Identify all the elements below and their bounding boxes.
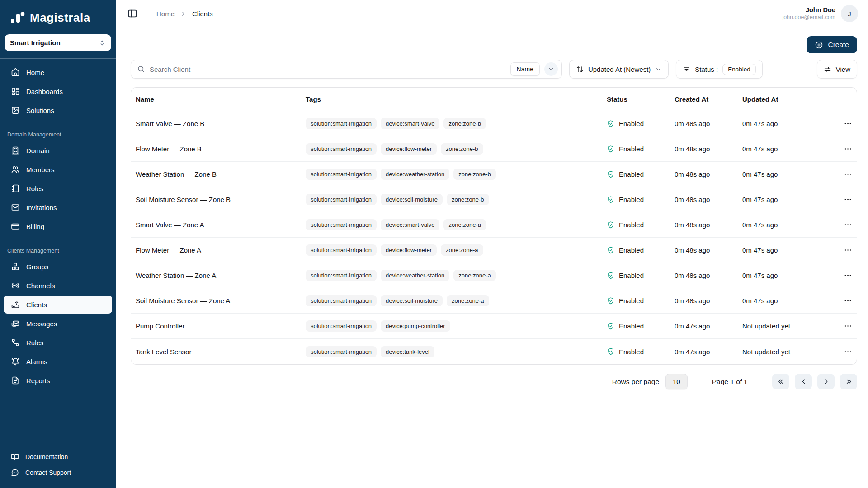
row-menu-button[interactable] <box>840 345 855 358</box>
sidebar-item-label: Clients <box>26 301 47 309</box>
tag-pill: zone:zone-b <box>453 169 496 180</box>
last-page-button[interactable] <box>840 374 857 389</box>
client-tags: solution:smart-irrigationdevice:smart-va… <box>301 118 602 129</box>
tag-pill: solution:smart-irrigation <box>306 244 377 256</box>
shield-check <box>607 221 615 229</box>
row-menu-button[interactable] <box>840 244 855 257</box>
client-updated-at: 0m 47s ago <box>738 246 833 254</box>
messages-icon <box>11 319 20 328</box>
view-label: View <box>836 66 850 73</box>
table-row[interactable]: Smart Valve — Zone Bsolution:smart-irrig… <box>131 111 857 136</box>
client-tags: solution:smart-irrigationdevice:soil-moi… <box>301 295 602 306</box>
client-tags: solution:smart-irrigationdevice:smart-va… <box>301 219 602 230</box>
avatar[interactable]: J <box>841 5 858 22</box>
sidebar-item-alarms[interactable]: Alarms <box>4 352 112 371</box>
first-page-button[interactable] <box>772 374 789 389</box>
row-menu-button[interactable] <box>840 168 855 181</box>
create-button[interactable]: Create <box>807 36 857 53</box>
search-input[interactable] <box>150 66 506 73</box>
sidebar-item-dashboards[interactable]: Dashboards <box>4 82 112 100</box>
view-button[interactable]: View <box>817 60 857 79</box>
rows-per-page-label: Rows per page <box>612 378 659 386</box>
sidebar-item-domain[interactable]: Domain <box>4 141 112 160</box>
row-menu-button[interactable] <box>840 142 855 156</box>
tag-pill: zone:zone-a <box>441 244 483 256</box>
sort-button[interactable]: Updated At (Newest) <box>569 60 669 79</box>
filter-icon <box>683 66 690 73</box>
tag-pill: zone:zone-b <box>441 143 483 155</box>
client-created-at: 0m 48s ago <box>670 246 738 254</box>
row-menu-button[interactable] <box>840 319 855 333</box>
sidebar-item-label: Messages <box>26 320 57 328</box>
sidebar-item-label: Invitations <box>26 204 57 211</box>
tag-pill: device:pump-controller <box>381 320 450 332</box>
client-status: Enabled <box>602 297 670 305</box>
workspace-selector[interactable]: Smart Irrigation <box>5 34 111 51</box>
sidebar-item-label: Roles <box>26 185 43 192</box>
sidebar-footer-contact-support[interactable]: Contact Support <box>4 465 112 480</box>
sidebar-footer-documentation[interactable]: Documentation <box>4 449 112 464</box>
row-menu-button[interactable] <box>840 269 855 282</box>
rows-per-page-select[interactable]: 10 <box>665 374 688 389</box>
table-row[interactable]: Tank Level Sensorsolution:smart-irrigati… <box>131 339 857 364</box>
table-row[interactable]: Flow Meter — Zone Bsolution:smart-irriga… <box>131 136 857 162</box>
chevron-right-icon <box>822 378 830 385</box>
sidebar-toggle-button[interactable] <box>127 9 137 19</box>
ellipsis <box>844 170 852 178</box>
tag-pill: solution:smart-irrigation <box>306 346 377 357</box>
previous-page-button[interactable] <box>795 374 812 389</box>
search-field-select[interactable]: Name <box>510 62 540 76</box>
tag-pill: device:tank-level <box>381 346 434 357</box>
tag-pill: solution:smart-irrigation <box>306 295 377 306</box>
table-row[interactable]: Soil Moisture Sensor — Zone Asolution:sm… <box>131 288 857 314</box>
sidebar-item-messages[interactable]: Messages <box>4 314 112 333</box>
sidebar-item-invitations[interactable]: Invitations <box>4 198 112 216</box>
table-row[interactable]: Soil Moisture Sensor — Zone Bsolution:sm… <box>131 187 857 212</box>
sidebar-item-solutions[interactable]: Solutions <box>4 101 112 119</box>
sidebar-footer: DocumentationContact Support <box>0 448 116 488</box>
sidebar-item-rules[interactable]: Rules <box>4 333 112 352</box>
shield-check <box>607 272 615 280</box>
sidebar-item-roles[interactable]: Roles <box>4 179 112 197</box>
table-row[interactable]: Weather Station — Zone Asolution:smart-i… <box>131 263 857 288</box>
row-menu-button[interactable] <box>840 193 855 206</box>
search-field-chevron-button[interactable] <box>544 62 558 76</box>
client-status: Enabled <box>602 322 670 330</box>
table-row[interactable]: Weather Station — Zone Bsolution:smart-i… <box>131 162 857 187</box>
column-header-tags: Tags <box>301 95 602 103</box>
sidebar-item-groups[interactable]: Groups <box>4 258 112 276</box>
client-updated-at: 0m 47s ago <box>738 120 833 127</box>
client-actions <box>833 193 857 206</box>
client-tags: solution:smart-irrigationdevice:pump-con… <box>301 320 602 332</box>
sidebar-item-home[interactable]: Home <box>4 63 112 81</box>
sidebar-item-members[interactable]: Members <box>4 160 112 178</box>
status-filter-button[interactable]: Status : Enabled <box>676 60 762 79</box>
sidebar-item-label: Contact Support <box>25 469 71 476</box>
client-status: Enabled <box>602 347 670 356</box>
sidebar-item-billing[interactable]: Billing <box>4 217 112 235</box>
clients-icon <box>11 300 20 309</box>
sidebar-item-label: Alarms <box>26 358 47 366</box>
sliders-icon <box>824 66 831 73</box>
sidebar-item-label: Reports <box>26 377 50 385</box>
row-menu-button[interactable] <box>840 294 855 308</box>
client-tags: solution:smart-irrigationdevice:weather-… <box>301 169 602 180</box>
user-name: John Doe <box>782 6 835 14</box>
sidebar-item-channels[interactable]: Channels <box>4 277 112 295</box>
next-page-button[interactable] <box>817 374 835 389</box>
sidebar-item-clients[interactable]: Clients <box>4 296 112 314</box>
table-row[interactable]: Pump Controllersolution:smart-irrigation… <box>131 314 857 339</box>
sidebar-item-reports[interactable]: Reports <box>4 371 112 389</box>
chevrons-up-down-icon <box>99 39 106 47</box>
row-menu-button[interactable] <box>840 117 855 131</box>
topbar: Home Clients John Doe john.doe@email.com… <box>116 0 868 27</box>
column-header-updated: Updated At <box>738 95 833 103</box>
breadcrumb-home[interactable]: Home <box>156 10 175 18</box>
tag-pill: zone:zone-b <box>443 118 486 129</box>
breadcrumb: Home Clients <box>156 10 213 18</box>
table-row[interactable]: Flow Meter — Zone Asolution:smart-irriga… <box>131 238 857 263</box>
client-actions <box>833 294 857 308</box>
shield-check <box>607 297 615 305</box>
table-row[interactable]: Smart Valve — Zone Asolution:smart-irrig… <box>131 212 857 238</box>
row-menu-button[interactable] <box>840 218 855 232</box>
